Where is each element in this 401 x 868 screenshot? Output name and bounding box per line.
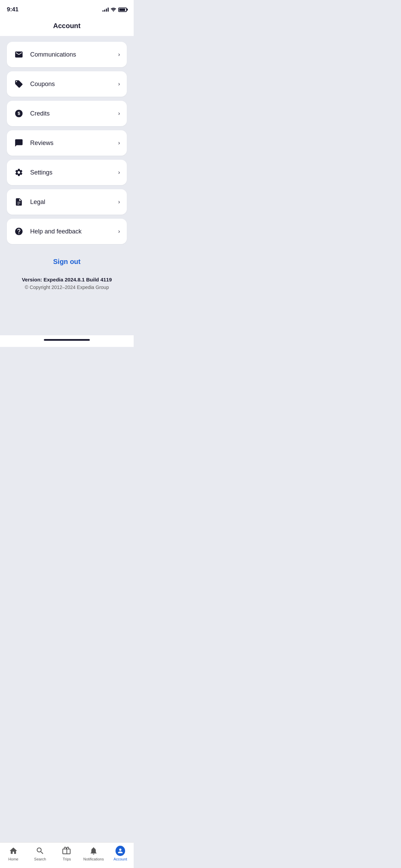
status-bar: 9:41: [0, 0, 134, 17]
legal-label: Legal: [30, 198, 118, 206]
credits-label: Credits: [30, 110, 118, 117]
reviews-label: Reviews: [30, 140, 118, 147]
chevron-right-icon: ›: [118, 169, 120, 176]
email-icon: [14, 49, 24, 60]
home-indicator: [0, 335, 134, 347]
sign-out-section: Sign out: [0, 250, 134, 277]
communications-label: Communications: [30, 51, 118, 58]
status-time: 9:41: [7, 6, 19, 13]
sign-out-button[interactable]: Sign out: [53, 258, 81, 266]
credits-icon: $: [14, 108, 24, 119]
version-section: Version: Expedia 2024.8.1 Build 4119 © C…: [0, 277, 134, 301]
menu-item-help-feedback[interactable]: Help and feedback ›: [7, 219, 127, 244]
wifi-icon: [111, 8, 116, 12]
copyright-text: © Copyright 2012–2024 Expedia Group: [7, 285, 127, 290]
legal-icon: [14, 197, 24, 207]
chevron-right-icon: ›: [118, 110, 120, 117]
menu-item-credits[interactable]: $ Credits ›: [7, 101, 127, 126]
page-title: Account: [7, 22, 127, 30]
menu-item-reviews[interactable]: Reviews ›: [7, 130, 127, 156]
menu-item-communications[interactable]: Communications ›: [7, 42, 127, 67]
version-text: Version: Expedia 2024.8.1 Build 4119: [7, 277, 127, 282]
menu-section: Communications › Coupons › $ Credits ›: [0, 36, 134, 250]
chevron-right-icon: ›: [118, 81, 120, 87]
signal-icon: [102, 8, 109, 12]
settings-label: Settings: [30, 169, 118, 176]
page-header: Account: [0, 17, 134, 36]
chevron-right-icon: ›: [118, 140, 120, 146]
chevron-right-icon: ›: [118, 51, 120, 58]
svg-point-0: [113, 11, 114, 12]
battery-icon: [118, 8, 127, 12]
coupon-icon: [14, 79, 24, 89]
menu-item-coupons[interactable]: Coupons ›: [7, 71, 127, 97]
coupons-label: Coupons: [30, 81, 118, 88]
help-feedback-label: Help and feedback: [30, 228, 118, 235]
svg-text:$: $: [17, 111, 20, 116]
status-icons: [102, 8, 127, 12]
menu-item-settings[interactable]: Settings ›: [7, 160, 127, 185]
help-icon: [14, 226, 24, 237]
chevron-right-icon: ›: [118, 199, 120, 205]
chevron-right-icon: ›: [118, 228, 120, 234]
menu-item-legal[interactable]: Legal ›: [7, 189, 127, 215]
reviews-icon: [14, 138, 24, 148]
settings-icon: [14, 167, 24, 178]
